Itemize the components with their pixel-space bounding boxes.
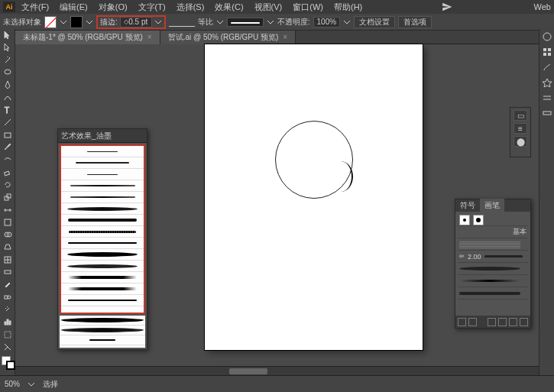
swatches-panel-icon[interactable] (539, 44, 554, 60)
workspace-switcher[interactable]: Web (534, 2, 551, 11)
close-icon[interactable]: × (147, 33, 152, 41)
fill-swatch[interactable] (44, 16, 57, 28)
menu-file[interactable]: 文件(F) (17, 0, 53, 15)
rotate-tool[interactable] (0, 179, 15, 191)
brushes-panel[interactable]: 符号 画笔 基本 ✏2.00 (455, 199, 531, 329)
preferences-button[interactable]: 首选项 (398, 16, 432, 28)
gradient-tool[interactable] (0, 266, 15, 278)
artboard-tool[interactable] (0, 329, 15, 341)
brush-item[interactable] (61, 157, 144, 169)
selection-tool[interactable] (0, 29, 15, 41)
chevron-down-icon[interactable] (28, 381, 35, 388)
brush-item[interactable] (458, 214, 528, 226)
chevron-down-icon[interactable] (216, 18, 224, 26)
brush-item[interactable] (61, 169, 144, 180)
color-panel-icon[interactable] (539, 29, 554, 44)
brush-item[interactable] (458, 287, 528, 300)
brush-item[interactable] (60, 326, 145, 335)
menu-type[interactable]: 文字(T) (134, 0, 170, 15)
scrollbar-thumb[interactable] (229, 368, 267, 374)
type-tool[interactable]: T (0, 104, 15, 116)
stroke-panel-icon[interactable] (539, 90, 554, 105)
libraries-icon[interactable] (468, 318, 477, 326)
rectangle-tool[interactable] (0, 129, 15, 141)
perspective-tool[interactable] (0, 241, 15, 253)
slice-tool[interactable] (0, 341, 15, 353)
chevron-down-icon[interactable] (267, 18, 274, 26)
tab-symbols[interactable]: 符号 (455, 199, 480, 212)
chevron-down-icon[interactable] (86, 18, 93, 26)
brush-item[interactable] (458, 238, 528, 251)
brush-item[interactable] (61, 192, 144, 203)
brush-library-panel[interactable]: 艺术效果_油墨 (57, 128, 147, 350)
close-icon[interactable]: × (283, 33, 287, 41)
menu-effect[interactable]: 效果(C) (210, 0, 248, 15)
brush-item[interactable] (61, 283, 144, 295)
horizontal-scrollbar[interactable] (15, 366, 539, 375)
lasso-tool[interactable] (0, 66, 15, 79)
brush-item[interactable] (61, 215, 144, 226)
mesh-tool[interactable] (0, 254, 15, 266)
share-icon[interactable] (442, 2, 452, 12)
options-icon[interactable] (498, 318, 507, 326)
brush-item[interactable] (60, 335, 145, 345)
delete-icon[interactable] (520, 318, 528, 326)
blend-tool[interactable] (0, 291, 15, 303)
doc-setup-button[interactable]: 文档设置 (354, 16, 395, 28)
symbols-panel-icon[interactable] (539, 75, 554, 90)
free-transform-tool[interactable] (0, 216, 15, 228)
eraser-tool[interactable] (0, 166, 15, 178)
document-tab[interactable]: 未标题-1* @ 50% (RGB/GPU 预览)× (15, 31, 160, 44)
panel-title[interactable]: 艺术效果_油墨 (58, 129, 147, 143)
brush-item[interactable] (61, 238, 144, 249)
chevron-down-icon[interactable] (154, 18, 162, 26)
brush-item[interactable]: 基本 (458, 226, 528, 238)
brush-item[interactable] (61, 146, 144, 157)
stroke-color[interactable] (6, 361, 15, 370)
line-tool[interactable] (0, 116, 15, 128)
menu-select[interactable]: 选择(S) (172, 0, 209, 15)
brush-item[interactable] (60, 316, 145, 326)
document-tab[interactable]: 暂试.ai @ 50% (RGB/GPU 预览)× (160, 31, 296, 44)
shaper-tool[interactable] (0, 154, 15, 166)
stroke-profile[interactable] (169, 18, 195, 27)
brush-item[interactable] (61, 261, 144, 272)
fill-stroke-indicator[interactable] (0, 356, 15, 375)
brush-definition[interactable] (227, 18, 264, 27)
pen-tool[interactable] (0, 79, 15, 91)
menu-window[interactable]: 窗口(W) (288, 0, 328, 15)
brushes-panel-icon[interactable] (539, 60, 554, 75)
stroke-weight-input[interactable]: ◇0.5 pt (120, 17, 152, 28)
menu-view[interactable]: 视图(V) (250, 0, 287, 15)
zoom-level[interactable]: 50% (5, 380, 20, 388)
circle-path[interactable] (275, 121, 353, 199)
scale-tool[interactable] (0, 191, 15, 203)
new-brush-icon[interactable] (509, 318, 517, 326)
paintbrush-tool[interactable] (0, 141, 15, 154)
symbol-sprayer-tool[interactable] (0, 303, 15, 316)
tab-brushes[interactable]: 画笔 (480, 199, 504, 212)
panel-icon[interactable]: ⬤ (514, 136, 527, 147)
uniform-label[interactable]: 等比 (198, 17, 213, 28)
menu-object[interactable]: 对象(O) (94, 0, 132, 15)
shape-builder-tool[interactable] (0, 228, 15, 241)
magic-wand-tool[interactable] (0, 54, 15, 66)
artboard[interactable] (205, 44, 423, 350)
gradient-panel-icon[interactable] (539, 105, 554, 121)
brush-item[interactable] (61, 203, 144, 215)
brush-item[interactable] (61, 295, 144, 306)
menu-help[interactable]: 帮助(H) (329, 0, 367, 15)
chevron-down-icon[interactable] (60, 18, 67, 26)
panel-icon[interactable]: ≡ (514, 123, 527, 134)
menu-edit[interactable]: 编辑(E) (55, 0, 92, 15)
chevron-down-icon[interactable] (343, 18, 351, 26)
brush-item[interactable] (458, 263, 528, 275)
brush-item[interactable] (61, 272, 144, 283)
direct-selection-tool[interactable] (0, 41, 15, 53)
brush-item[interactable]: ✏2.00 (458, 251, 528, 263)
library-menu-icon[interactable] (458, 318, 466, 326)
curvature-tool[interactable] (0, 92, 15, 104)
remove-stroke-icon[interactable] (488, 318, 496, 326)
eyedropper-tool[interactable] (0, 278, 15, 290)
brush-item[interactable] (61, 180, 144, 192)
